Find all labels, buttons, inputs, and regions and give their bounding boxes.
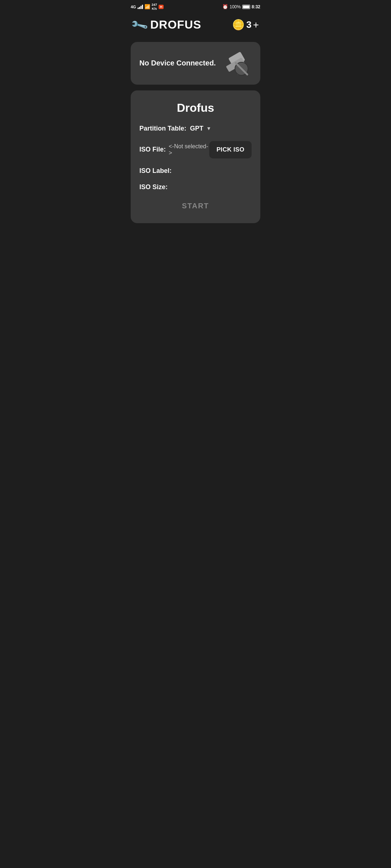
- main-card-title: Drofus: [139, 101, 252, 115]
- battery-icon: [242, 5, 250, 9]
- status-left: 4G 📶 247K/s H: [131, 3, 164, 11]
- iso-label-row: ISO Label:: [139, 167, 252, 175]
- battery-fill: [243, 5, 249, 8]
- status-bar: 4G 📶 247K/s H ⏰ 100% 8:32: [125, 0, 266, 12]
- pick-iso-button[interactable]: PICK ISO: [209, 141, 252, 158]
- battery-percent: 100%: [230, 4, 241, 9]
- wifi-icon: 📶: [144, 4, 150, 9]
- coins-count: 3: [246, 19, 251, 30]
- usb-blocked-icon: [223, 51, 252, 76]
- main-card: Drofus Partition Table: GPT ▼ ISO File: …: [131, 90, 260, 223]
- device-status-card: No Device Connected.: [131, 42, 260, 85]
- huawei-badge: H: [159, 5, 164, 9]
- status-right: ⏰ 100% 8:32: [222, 4, 260, 9]
- chevron-down-icon: ▼: [206, 125, 211, 131]
- coin-icon: 🪙: [232, 19, 245, 31]
- iso-size-label: ISO Size:: [139, 183, 168, 191]
- signal-bar-4: [142, 5, 143, 9]
- iso-file-value: <-Not selected->: [169, 143, 209, 156]
- app-header: 🔧 DROFUS 🪙 3 +: [125, 12, 266, 39]
- signal-bars: [138, 5, 143, 9]
- app-logo-icon: 🔧: [130, 15, 149, 34]
- coins-section: 🪙 3 +: [232, 19, 259, 31]
- iso-size-row: ISO Size:: [139, 183, 252, 191]
- start-button[interactable]: START: [182, 202, 209, 210]
- iso-file-label: ISO File:: [139, 146, 166, 153]
- time: 8:32: [252, 4, 260, 9]
- iso-file-left: ISO File: <-Not selected->: [139, 143, 209, 156]
- partition-table-row: Partition Table: GPT ▼: [139, 125, 252, 132]
- data-speed: 247K/s: [152, 3, 157, 11]
- iso-file-row: ISO File: <-Not selected-> PICK ISO: [139, 141, 252, 158]
- partition-table-select[interactable]: GPT ▼: [190, 125, 211, 132]
- app-title-section: 🔧 DROFUS: [132, 18, 201, 32]
- app-title: DROFUS: [150, 18, 201, 31]
- partition-table-value: GPT: [190, 125, 203, 132]
- signal-bar-3: [140, 6, 142, 9]
- signal-bar-1: [138, 8, 139, 9]
- start-button-area[interactable]: START: [139, 202, 252, 210]
- signal-bar-2: [139, 7, 140, 9]
- alarm-icon: ⏰: [222, 4, 228, 9]
- usb-no-device-svg: [223, 51, 252, 76]
- add-coins-button[interactable]: +: [253, 19, 259, 31]
- network-type: 4G: [131, 5, 136, 9]
- partition-table-label: Partition Table:: [139, 125, 186, 132]
- iso-label-label: ISO Label:: [139, 167, 172, 175]
- device-status-text: No Device Connected.: [139, 59, 216, 67]
